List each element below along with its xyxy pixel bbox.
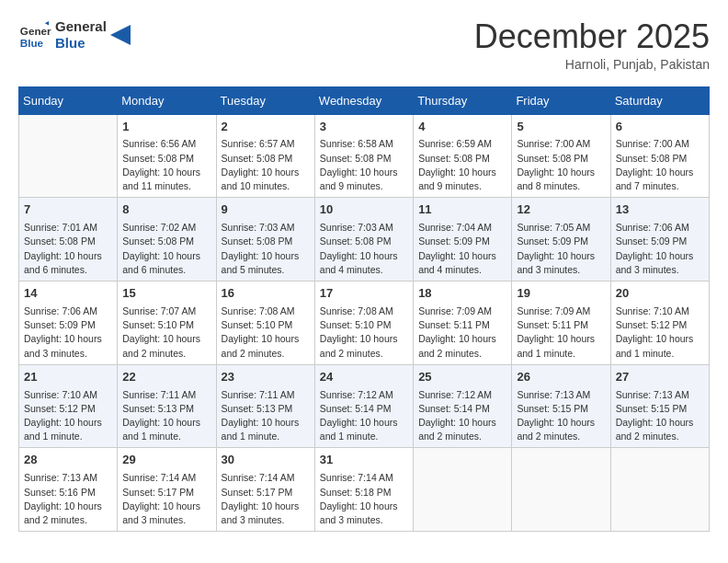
col-sunday: Sunday	[19, 86, 118, 114]
day-number: 5	[517, 119, 605, 136]
week-row-3: 14Sunrise: 7:06 AMSunset: 5:09 PMDayligh…	[19, 282, 710, 365]
day-info: Sunrise: 7:07 AMSunset: 5:10 PMDaylight:…	[122, 304, 210, 361]
day-info: Sunrise: 6:56 AMSunset: 5:08 PMDaylight:…	[122, 137, 210, 193]
day-number: 21	[24, 369, 112, 386]
cell-w2-d6: 13Sunrise: 7:06 AMSunset: 5:09 PMDayligh…	[610, 198, 709, 282]
day-info: Sunrise: 7:09 AMSunset: 5:11 PMDaylight:…	[418, 304, 506, 361]
calendar-header-row: Sunday Monday Tuesday Wednesday Thursday…	[19, 86, 710, 114]
day-number: 1	[122, 119, 210, 136]
cell-w2-d1: 8Sunrise: 7:02 AMSunset: 5:08 PMDaylight…	[118, 198, 216, 282]
day-number: 25	[418, 369, 506, 386]
cell-w1-d6: 6Sunrise: 7:00 AMSunset: 5:08 PMDaylight…	[610, 114, 709, 198]
page-header: General Blue General Blue December 2025 …	[18, 18, 710, 72]
day-number: 3	[320, 119, 408, 136]
col-wednesday: Wednesday	[314, 86, 413, 114]
day-info: Sunrise: 7:03 AMSunset: 5:08 PMDaylight:…	[222, 221, 310, 277]
cell-w4-d3: 24Sunrise: 7:12 AMSunset: 5:14 PMDayligh…	[314, 364, 413, 448]
cell-w4-d5: 26Sunrise: 7:13 AMSunset: 5:15 PMDayligh…	[512, 364, 610, 448]
week-row-1: 1Sunrise: 6:56 AMSunset: 5:08 PMDaylight…	[19, 114, 710, 198]
day-info: Sunrise: 7:10 AMSunset: 5:12 PMDaylight:…	[24, 388, 112, 444]
col-tuesday: Tuesday	[216, 86, 314, 114]
day-info: Sunrise: 7:12 AMSunset: 5:14 PMDaylight:…	[418, 388, 506, 444]
cell-w5-d2: 30Sunrise: 7:14 AMSunset: 5:17 PMDayligh…	[216, 448, 314, 532]
day-info: Sunrise: 6:59 AMSunset: 5:08 PMDaylight:…	[418, 137, 506, 193]
cell-w5-d3: 31Sunrise: 7:14 AMSunset: 5:18 PMDayligh…	[314, 448, 413, 532]
cell-w5-d6	[610, 448, 709, 532]
day-number: 23	[222, 369, 310, 386]
cell-w2-d3: 10Sunrise: 7:03 AMSunset: 5:08 PMDayligh…	[314, 198, 413, 282]
cell-w3-d1: 15Sunrise: 7:07 AMSunset: 5:10 PMDayligh…	[118, 282, 216, 365]
cell-w3-d3: 17Sunrise: 7:08 AMSunset: 5:10 PMDayligh…	[314, 282, 413, 365]
day-number: 18	[418, 285, 506, 303]
day-number: 2	[222, 119, 310, 136]
cell-w1-d3: 3Sunrise: 6:58 AMSunset: 5:08 PMDaylight…	[314, 114, 413, 198]
week-row-2: 7Sunrise: 7:01 AMSunset: 5:08 PMDaylight…	[19, 198, 710, 282]
month-title: December 2025	[474, 18, 710, 55]
cell-w2-d5: 12Sunrise: 7:05 AMSunset: 5:09 PMDayligh…	[512, 198, 610, 282]
day-number: 8	[122, 201, 210, 219]
cell-w1-d5: 5Sunrise: 7:00 AMSunset: 5:08 PMDaylight…	[512, 114, 610, 198]
day-number: 14	[24, 285, 112, 303]
day-info: Sunrise: 7:14 AMSunset: 5:18 PMDaylight:…	[320, 471, 408, 527]
day-info: Sunrise: 7:13 AMSunset: 5:15 PMDaylight:…	[616, 388, 704, 444]
col-monday: Monday	[118, 86, 216, 114]
day-info: Sunrise: 7:05 AMSunset: 5:09 PMDaylight:…	[517, 221, 605, 277]
day-number: 6	[616, 119, 704, 136]
week-row-4: 21Sunrise: 7:10 AMSunset: 5:12 PMDayligh…	[19, 364, 710, 448]
day-number: 28	[24, 452, 112, 469]
week-row-5: 28Sunrise: 7:13 AMSunset: 5:16 PMDayligh…	[19, 448, 710, 532]
cell-w5-d1: 29Sunrise: 7:14 AMSunset: 5:17 PMDayligh…	[118, 448, 216, 532]
day-number: 4	[418, 119, 506, 136]
day-number: 11	[418, 201, 506, 219]
day-info: Sunrise: 7:06 AMSunset: 5:09 PMDaylight:…	[616, 221, 704, 277]
day-info: Sunrise: 6:57 AMSunset: 5:08 PMDaylight:…	[222, 137, 310, 193]
day-info: Sunrise: 7:08 AMSunset: 5:10 PMDaylight:…	[320, 304, 408, 361]
cell-w2-d0: 7Sunrise: 7:01 AMSunset: 5:08 PMDaylight…	[19, 198, 118, 282]
day-info: Sunrise: 7:10 AMSunset: 5:12 PMDaylight:…	[616, 304, 704, 361]
logo-line1: General	[55, 18, 107, 35]
day-info: Sunrise: 7:12 AMSunset: 5:14 PMDaylight:…	[320, 388, 408, 444]
day-number: 12	[517, 201, 605, 219]
logo-icon: General Blue	[18, 18, 51, 52]
day-info: Sunrise: 7:03 AMSunset: 5:08 PMDaylight:…	[320, 221, 408, 277]
day-info: Sunrise: 7:11 AMSunset: 5:13 PMDaylight:…	[222, 388, 310, 444]
cell-w5-d5	[512, 448, 610, 532]
location: Harnoli, Punjab, Pakistan	[474, 57, 710, 72]
day-number: 26	[517, 369, 605, 386]
cell-w5-d4	[414, 448, 512, 532]
cell-w1-d4: 4Sunrise: 6:59 AMSunset: 5:08 PMDaylight…	[414, 114, 512, 198]
day-number: 17	[320, 285, 408, 303]
cell-w4-d1: 22Sunrise: 7:11 AMSunset: 5:13 PMDayligh…	[118, 364, 216, 448]
day-info: Sunrise: 7:01 AMSunset: 5:08 PMDaylight:…	[24, 221, 112, 277]
cell-w4-d2: 23Sunrise: 7:11 AMSunset: 5:13 PMDayligh…	[216, 364, 314, 448]
svg-marker-3	[110, 25, 131, 45]
day-info: Sunrise: 7:04 AMSunset: 5:09 PMDaylight:…	[418, 221, 506, 277]
day-info: Sunrise: 7:14 AMSunset: 5:17 PMDaylight:…	[222, 471, 310, 527]
day-number: 13	[616, 201, 704, 219]
cell-w4-d6: 27Sunrise: 7:13 AMSunset: 5:15 PMDayligh…	[610, 364, 709, 448]
logo-line2: Blue	[55, 35, 107, 52]
col-saturday: Saturday	[610, 86, 709, 114]
day-info: Sunrise: 7:08 AMSunset: 5:10 PMDaylight:…	[222, 304, 310, 361]
cell-w2-d4: 11Sunrise: 7:04 AMSunset: 5:09 PMDayligh…	[414, 198, 512, 282]
day-number: 31	[320, 452, 408, 469]
title-block: December 2025 Harnoli, Punjab, Pakistan	[474, 18, 710, 72]
day-number: 24	[320, 369, 408, 386]
day-number: 30	[222, 452, 310, 469]
day-number: 19	[517, 285, 605, 303]
day-info: Sunrise: 7:00 AMSunset: 5:08 PMDaylight:…	[517, 137, 605, 193]
cell-w3-d0: 14Sunrise: 7:06 AMSunset: 5:09 PMDayligh…	[19, 282, 118, 365]
svg-text:Blue: Blue	[20, 37, 44, 49]
day-info: Sunrise: 7:11 AMSunset: 5:13 PMDaylight:…	[122, 388, 210, 444]
day-info: Sunrise: 7:14 AMSunset: 5:17 PMDaylight:…	[122, 471, 210, 527]
day-number: 29	[122, 452, 210, 469]
day-number: 20	[616, 285, 704, 303]
cell-w1-d1: 1Sunrise: 6:56 AMSunset: 5:08 PMDaylight…	[118, 114, 216, 198]
day-number: 22	[122, 369, 210, 386]
day-number: 7	[24, 201, 112, 219]
calendar-table: Sunday Monday Tuesday Wednesday Thursday…	[18, 86, 710, 533]
svg-text:General: General	[20, 25, 51, 37]
cell-w4-d0: 21Sunrise: 7:10 AMSunset: 5:12 PMDayligh…	[19, 364, 118, 448]
cell-w1-d2: 2Sunrise: 6:57 AMSunset: 5:08 PMDaylight…	[216, 114, 314, 198]
logo-arrow-icon	[110, 25, 131, 45]
